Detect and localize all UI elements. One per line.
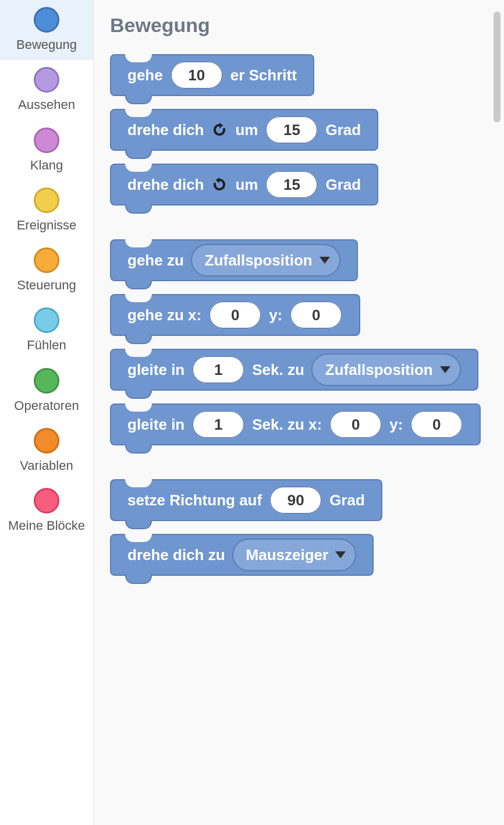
myblocks-icon (34, 488, 59, 514)
category-label: Ereignisse (17, 218, 77, 232)
block-text: drehe dich (127, 121, 204, 139)
category-label: Aussehen (18, 97, 75, 112)
category-events[interactable]: Ereignisse (0, 180, 93, 240)
block-text: Grad (325, 176, 361, 194)
glide-target-dropdown[interactable]: Zufallsposition (311, 353, 461, 386)
events-icon (34, 187, 59, 213)
category-sound[interactable]: Klang (0, 121, 93, 180)
category-operators[interactable]: Operatoren (0, 361, 93, 421)
block-text: drehe dich (127, 176, 204, 194)
variables-icon (34, 428, 59, 454)
dropdown-label: Zufallsposition (325, 361, 433, 379)
degrees-input[interactable]: 15 (266, 116, 317, 143)
scratch-block-palette: Bewegung Aussehen Klang Ereignisse Steue… (0, 0, 504, 825)
category-motion[interactable]: Bewegung (0, 0, 93, 60)
x-input[interactable]: 0 (330, 411, 381, 438)
chevron-down-icon (320, 257, 330, 264)
control-icon (34, 247, 59, 273)
block-point-towards[interactable]: drehe dich zu Mauszeiger (110, 534, 374, 576)
category-label: Klang (30, 158, 63, 172)
block-text: um (235, 121, 258, 139)
block-text: Sek. zu (252, 361, 304, 379)
goto-target-dropdown[interactable]: Zufallsposition (191, 244, 340, 277)
motion-icon (34, 7, 59, 33)
block-text: Sek. zu x: (252, 416, 322, 434)
block-text: um (235, 176, 258, 194)
secs-input[interactable]: 1 (193, 356, 244, 383)
block-text: gleite in (127, 361, 184, 379)
dropdown-label: Zufallsposition (205, 252, 313, 270)
block-group-movement: gehe 10 er Schritt drehe dich um 15 Grad… (110, 54, 491, 576)
category-label: Bewegung (16, 37, 77, 52)
operators-icon (34, 368, 59, 394)
block-text: y: (269, 306, 282, 324)
block-turn-ccw[interactable]: drehe dich um 15 Grad (110, 164, 378, 206)
block-text: setze Richtung auf (127, 491, 262, 509)
block-glide-xy[interactable]: gleite in 1 Sek. zu x: 0 y: 0 (110, 403, 481, 445)
scrollbar[interactable] (494, 12, 501, 122)
chevron-down-icon (335, 551, 346, 558)
steps-input[interactable]: 10 (171, 62, 222, 88)
x-input[interactable]: 0 (210, 302, 261, 328)
category-looks[interactable]: Aussehen (0, 60, 93, 120)
category-label: Fühlen (27, 338, 66, 352)
chevron-down-icon (440, 366, 450, 373)
block-text: gehe zu (127, 252, 184, 270)
rotate-ccw-icon (211, 176, 228, 193)
category-label: Steuerung (17, 278, 76, 292)
category-control[interactable]: Steuerung (0, 240, 93, 300)
block-palette[interactable]: Bewegung gehe 10 er Schritt drehe dich u… (94, 0, 504, 825)
degrees-input[interactable]: 15 (266, 171, 317, 198)
direction-input[interactable]: 90 (270, 487, 321, 514)
rotate-cw-icon (211, 121, 228, 139)
block-text: Grad (325, 121, 361, 139)
block-glide-menu[interactable]: gleite in 1 Sek. zu Zufallsposition (110, 349, 478, 391)
category-label: Variablen (20, 458, 73, 473)
category-label: Operatoren (14, 398, 79, 413)
block-text: gehe zu x: (127, 306, 201, 324)
y-input[interactable]: 0 (411, 411, 462, 438)
block-move-steps[interactable]: gehe 10 er Schritt (110, 54, 314, 96)
block-text: Grad (329, 491, 365, 509)
block-text: er Schritt (230, 66, 297, 84)
block-text: drehe dich zu (127, 546, 225, 564)
block-point-direction[interactable]: setze Richtung auf 90 Grad (110, 479, 382, 521)
category-label: Meine Blöcke (8, 518, 85, 533)
sensing-icon (34, 307, 59, 333)
block-text: gleite in (127, 416, 184, 434)
category-variables[interactable]: Variablen (0, 421, 93, 481)
palette-heading: Bewegung (110, 14, 491, 37)
looks-icon (34, 67, 59, 93)
point-target-dropdown[interactable]: Mauszeiger (232, 539, 357, 571)
y-input[interactable]: 0 (290, 302, 342, 328)
block-goto-xy[interactable]: gehe zu x: 0 y: 0 (110, 294, 360, 336)
category-sensing[interactable]: Fühlen (0, 300, 93, 360)
dropdown-label: Mauszeiger (246, 546, 329, 564)
block-text: gehe (127, 66, 163, 84)
block-turn-cw[interactable]: drehe dich um 15 Grad (110, 109, 378, 151)
block-goto-menu[interactable]: gehe zu Zufallsposition (110, 239, 358, 281)
sound-icon (34, 128, 59, 153)
category-myblocks[interactable]: Meine Blöcke (0, 481, 93, 541)
block-text: y: (389, 416, 403, 434)
category-sidebar: Bewegung Aussehen Klang Ereignisse Steue… (0, 0, 94, 825)
secs-input[interactable]: 1 (193, 411, 244, 438)
